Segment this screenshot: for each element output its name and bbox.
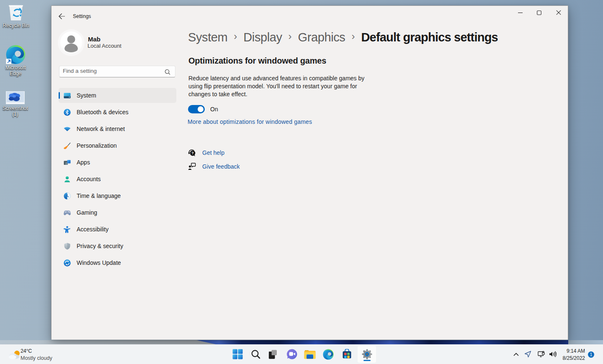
- svg-text:?: ?: [191, 151, 194, 155]
